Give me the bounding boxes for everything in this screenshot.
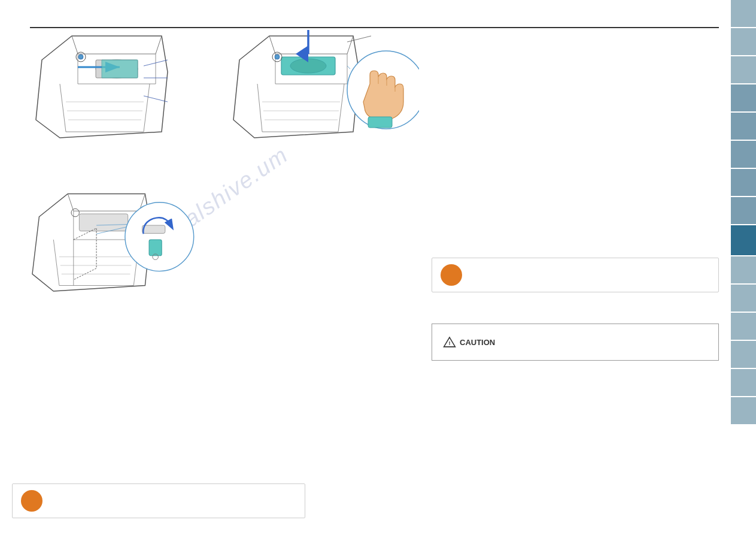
sidebar-tab-10[interactable]: [731, 256, 756, 283]
diagram-top-left-svg: [12, 18, 180, 150]
sidebar-tab-14[interactable]: [731, 369, 756, 396]
caution-box: ! CAUTION: [432, 324, 719, 361]
diagram-top-right: [215, 12, 419, 168]
svg-point-24: [125, 202, 194, 271]
diagram-top-right-svg: [215, 12, 419, 168]
svg-rect-25: [142, 225, 165, 233]
caution-triangle-icon: !: [443, 336, 456, 348]
sidebar-tab-7[interactable]: [731, 169, 756, 196]
svg-line-19: [347, 66, 350, 69]
svg-point-21: [71, 208, 79, 216]
sidebar-tab-11[interactable]: [731, 285, 756, 312]
svg-rect-26: [149, 240, 162, 256]
svg-point-3: [78, 55, 83, 59]
sidebar-tab-6[interactable]: [731, 141, 756, 168]
sidebar-tab-13[interactable]: [731, 341, 756, 368]
orange-circle-left: [21, 490, 42, 512]
caution-icon: ! CAUTION: [443, 336, 495, 348]
sidebar-tab-3[interactable]: [731, 56, 756, 83]
orange-circle-right: [441, 264, 462, 286]
note-box-right: [432, 258, 719, 292]
sidebar-tab-2[interactable]: [731, 28, 756, 55]
svg-text:!: !: [448, 340, 450, 347]
svg-line-13: [347, 36, 371, 42]
svg-point-9: [290, 59, 326, 73]
sidebar-tab-12[interactable]: [731, 313, 756, 340]
sidebar-tab-8[interactable]: [731, 197, 756, 224]
sidebar-tab-9-active[interactable]: [731, 225, 756, 255]
diagram-top-left: [12, 18, 180, 150]
sidebar-tab-1[interactable]: [731, 0, 756, 27]
svg-line-7: [144, 96, 168, 102]
sidebar-tab-5[interactable]: [731, 113, 756, 140]
svg-point-11: [275, 55, 280, 59]
sidebar: [731, 0, 756, 535]
diagram-bottom-left-svg: [12, 174, 210, 306]
sidebar-tab-4[interactable]: [731, 84, 756, 111]
svg-rect-18: [368, 117, 392, 128]
caution-label: CAUTION: [460, 338, 495, 347]
sidebar-tab-15[interactable]: [731, 397, 756, 424]
diagram-bottom-left: [12, 174, 210, 306]
callout-box-bottom-left: [12, 483, 305, 518]
main-content: manualshive.um: [0, 0, 731, 535]
